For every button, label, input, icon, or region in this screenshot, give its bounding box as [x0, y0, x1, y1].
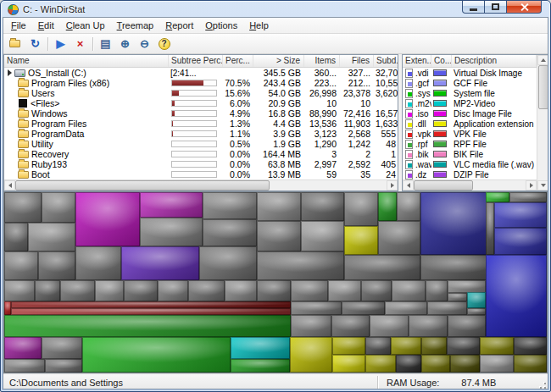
- extension-row-bik[interactable]: .bikBIK File: [403, 149, 537, 159]
- treemap-block[interactable]: [4, 280, 35, 301]
- treemap-block[interactable]: [365, 337, 391, 355]
- help-button[interactable]: ?: [154, 35, 174, 52]
- treemap-block[interactable]: [291, 280, 328, 301]
- treemap-block[interactable]: [370, 315, 409, 337]
- treemap-block[interactable]: [4, 359, 45, 373]
- scroll-left-button[interactable]: [403, 180, 414, 190]
- treemap-block[interactable]: [95, 280, 124, 301]
- menu-file[interactable]: File: [5, 19, 32, 32]
- play-button[interactable]: ▶: [51, 35, 70, 52]
- extension-row-m2v[interactable]: .m2vMP2-Video: [403, 98, 537, 108]
- treemap-block[interactable]: [448, 315, 487, 337]
- scroll-right-button[interactable]: [387, 180, 398, 190]
- treemap-block[interactable]: [450, 355, 481, 373]
- treemap-block[interactable]: [121, 246, 198, 280]
- extension-vertical-scrollbar[interactable]: [537, 55, 548, 190]
- treemap-block[interactable]: [301, 221, 345, 251]
- scroll-track[interactable]: [473, 180, 526, 190]
- tree-row-os-install-c[interactable]: OS_Install (C:)[2:41...345.5 GB360...327…: [4, 68, 398, 78]
- treemap-block[interactable]: [4, 315, 291, 337]
- minimize-button[interactable]: [462, 1, 485, 14]
- menu-clean-up[interactable]: Clean Up: [60, 19, 111, 32]
- treemap-block[interactable]: [75, 192, 140, 246]
- treemap-block[interactable]: [421, 337, 447, 355]
- treemap-block[interactable]: [28, 223, 76, 251]
- treemap-block[interactable]: [427, 301, 467, 315]
- treemap-block[interactable]: [231, 337, 290, 359]
- treemap-block[interactable]: [420, 255, 494, 280]
- treemap[interactable]: [3, 191, 548, 373]
- extension-row-rpf[interactable]: .rpfRPF File: [403, 139, 537, 149]
- treemap-block[interactable]: [257, 280, 291, 301]
- treemap-block[interactable]: [378, 221, 420, 255]
- treemap-block[interactable]: [257, 192, 301, 221]
- treemap-block[interactable]: [480, 337, 514, 355]
- scroll-track[interactable]: [270, 180, 387, 190]
- treemap-block[interactable]: [494, 202, 547, 228]
- treemap-block[interactable]: [385, 301, 427, 315]
- treemap-block[interactable]: [124, 280, 158, 301]
- open-button[interactable]: [6, 35, 25, 52]
- treemap-block[interactable]: [45, 359, 83, 373]
- treemap-block[interactable]: [409, 315, 448, 337]
- treemap-block[interactable]: [514, 337, 547, 355]
- treemap-block[interactable]: [140, 218, 203, 246]
- treemap-block[interactable]: [4, 192, 42, 223]
- maximize-button[interactable]: [485, 1, 507, 14]
- treemap-block[interactable]: [11, 301, 291, 308]
- tree-row-programdata[interactable]: ProgramData1.1%3.9 GB3,1232,568555: [4, 129, 398, 139]
- close-button[interactable]: [507, 1, 542, 14]
- treemap-block[interactable]: [75, 246, 121, 280]
- treemap-block[interactable]: [257, 251, 344, 280]
- column-header-subtree-perc[interactable]: Subtree Perc...: [169, 55, 223, 67]
- treemap-block[interactable]: [391, 337, 421, 355]
- treemap-block[interactable]: [35, 280, 60, 301]
- extension-row-sys[interactable]: .sysSystem file: [403, 88, 537, 98]
- treemap-block[interactable]: [332, 355, 366, 373]
- menu-report[interactable]: Report: [159, 19, 199, 32]
- resize-grip[interactable]: [536, 378, 548, 389]
- menu-edit[interactable]: Edit: [32, 19, 60, 32]
- tree-row-users[interactable]: Users15.6%54.0 GB26,99823,3783,620: [4, 88, 398, 98]
- treemap-block[interactable]: [301, 192, 345, 221]
- treemap-block[interactable]: [342, 301, 386, 315]
- treemap-block[interactable]: [188, 280, 225, 301]
- delete-button[interactable]: ×: [70, 35, 90, 52]
- column-header-size[interactable]: > Size: [253, 55, 304, 67]
- treemap-block[interactable]: [509, 192, 547, 202]
- treemap-block[interactable]: [420, 192, 494, 255]
- menu-options[interactable]: Options: [199, 19, 243, 32]
- menu-help[interactable]: Help: [243, 19, 275, 32]
- column-header-exten[interactable]: Exten...: [403, 55, 431, 67]
- extension-row-vpk[interactable]: .vpkVPK File: [403, 129, 537, 139]
- expander-icon[interactable]: [8, 69, 12, 76]
- treemap-block[interactable]: [344, 226, 378, 255]
- tree-row-ruby193[interactable]: Ruby1930.0%63.8 MB2,9972,592405: [4, 159, 398, 169]
- treemap-block[interactable]: [60, 280, 96, 301]
- treemap-block[interactable]: [426, 280, 448, 301]
- treemap-block[interactable]: [158, 280, 188, 301]
- extension-row-gcf[interactable]: .gcfGCF File: [403, 78, 537, 88]
- column-header-co[interactable]: Co...: [431, 55, 452, 67]
- treemap-block[interactable]: [82, 337, 231, 373]
- treemap-block[interactable]: [42, 192, 76, 223]
- column-header-subd[interactable]: Subd...: [374, 55, 398, 67]
- zoom-in-button[interactable]: ⊕: [115, 35, 135, 52]
- treemap-block[interactable]: [4, 301, 11, 315]
- treemap-block[interactable]: [328, 280, 362, 301]
- treemap-block[interactable]: [225, 280, 257, 301]
- treemap-block[interactable]: [257, 221, 301, 251]
- directory-horizontal-scrollbar[interactable]: [4, 179, 398, 190]
- treemap-block[interactable]: [4, 223, 28, 251]
- treemap-block[interactable]: [480, 355, 514, 373]
- treemap-block[interactable]: [331, 315, 370, 337]
- treemap-block[interactable]: [140, 192, 203, 218]
- treemap-block[interactable]: [467, 308, 487, 315]
- treemap-block[interactable]: [397, 192, 420, 221]
- treemap-block[interactable]: [4, 251, 38, 280]
- scroll-thumb[interactable]: [414, 180, 473, 190]
- extension-row-wav[interactable]: .wavVLC media file (.wav): [403, 159, 537, 169]
- treemap-block[interactable]: [378, 192, 397, 221]
- refresh-button[interactable]: ↻: [25, 35, 45, 52]
- scroll-up-button[interactable]: [537, 55, 548, 65]
